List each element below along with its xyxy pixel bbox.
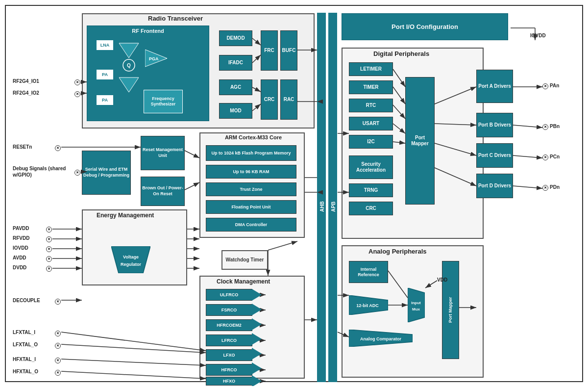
svg-line-75 bbox=[268, 241, 297, 250]
ifadc-block: IFADC bbox=[219, 55, 252, 71]
port-b-block: Port B Drivers bbox=[476, 113, 513, 137]
port-d-block: Port D Drivers bbox=[476, 174, 513, 198]
timer-block: TIMER bbox=[349, 80, 393, 94]
demod-block: DEMOD bbox=[219, 30, 252, 46]
svg-text:PGA: PGA bbox=[149, 56, 159, 61]
rfvdd-x: ✕ bbox=[46, 236, 52, 242]
avdd-label: AVDD bbox=[13, 255, 26, 260]
svg-text:Analog Comparator: Analog Comparator bbox=[360, 336, 402, 341]
svg-line-66 bbox=[61, 371, 206, 379]
debug-signals-label: Debug Signals (shared w/GPIO) bbox=[13, 165, 76, 178]
crc2-block: CRC bbox=[349, 202, 393, 215]
pdn-label: PDn bbox=[550, 184, 560, 190]
watchdog-block: Watchdog Timer bbox=[221, 250, 268, 270]
hfxtal-o-x: ✕ bbox=[55, 370, 61, 376]
rf-frontend-box: RF Frontend LNA PA PA Q Q Frequency Synt… bbox=[87, 26, 209, 121]
rf2g4-io2-label: RF2G4_IO2 bbox=[13, 90, 39, 96]
dvdd-label: DVDD bbox=[13, 265, 26, 270]
input-mux-svg: Input Mux bbox=[408, 288, 425, 322]
pcn-label: PCn bbox=[550, 154, 560, 159]
usart-block: USART bbox=[349, 117, 393, 130]
svg-text:Regulator: Regulator bbox=[121, 262, 142, 267]
adc12-block: 12-bit ADC bbox=[349, 295, 388, 315]
freq-synth-block: Frequency Synthesizer bbox=[144, 90, 183, 113]
svg-line-63 bbox=[61, 332, 206, 351]
analog-comp-block: Analog Comparator bbox=[349, 330, 413, 347]
svg-line-43 bbox=[513, 125, 542, 128]
svg-text:Input: Input bbox=[411, 301, 421, 305]
rtc-block: RTC bbox=[349, 99, 393, 112]
svg-marker-6 bbox=[111, 246, 150, 273]
energy-mgmt-title: Energy Management bbox=[97, 212, 154, 219]
hfxo-block: HFXO bbox=[206, 377, 252, 386]
iovdd-left-x: ✕ bbox=[46, 246, 52, 252]
crc-block: CRC bbox=[261, 79, 278, 120]
ram-block: Up to 96 KB RAM bbox=[206, 165, 296, 179]
hfxtal-i-label: HFXTAL_I bbox=[13, 357, 36, 362]
pbn-label: PBn bbox=[550, 124, 560, 129]
security-accel-block: Security Acceleration bbox=[349, 155, 393, 179]
pan-label: PAn bbox=[550, 83, 559, 88]
port-io-box: Port I/O Configuration bbox=[342, 13, 508, 40]
iovdd-left-label: IOVDD bbox=[13, 245, 28, 251]
svg-line-51 bbox=[185, 182, 199, 190]
hfrco-block: HFRCO bbox=[206, 364, 252, 376]
rfvdd-label: RFVDD bbox=[13, 235, 29, 241]
rf-frontend-title: RF Frontend bbox=[132, 28, 164, 34]
lfrco-block: LFRCO bbox=[206, 335, 252, 346]
pga-diagram: PGA bbox=[145, 50, 170, 69]
lna-block: LNA bbox=[96, 40, 114, 51]
avdd-x: ✕ bbox=[46, 256, 52, 262]
ulfrco-block: ULFRCO bbox=[206, 289, 252, 301]
svg-line-50 bbox=[185, 151, 199, 158]
diagram-container: Radio Transceiver RF Frontend LNA PA PA … bbox=[5, 5, 583, 382]
i2c-block: I2C bbox=[349, 135, 393, 149]
svg-marker-11 bbox=[408, 288, 425, 322]
hfxtal-i-x: ✕ bbox=[55, 358, 61, 363]
reset-mgmt-block: Reset Management Unit bbox=[141, 136, 185, 170]
port-io-title: Port I/O Configuration bbox=[392, 23, 458, 30]
letimer-block: LETIMER bbox=[349, 62, 393, 76]
lfxtal-o-x: ✕ bbox=[55, 343, 61, 349]
brownout-block: Brown Out / Power-On Reset bbox=[141, 177, 185, 206]
adc12-svg: 12-bit ADC bbox=[349, 295, 388, 315]
trustzone-block: Trust Zone bbox=[206, 182, 296, 196]
fpu-block: Floating Point Unit bbox=[206, 200, 296, 214]
fsrco-block: FSRCO bbox=[206, 304, 252, 316]
port-a-block: Port A Drivers bbox=[476, 70, 513, 103]
analog-comp-svg: Analog Comparator bbox=[349, 330, 413, 347]
rf2g4-io1-x: ✕ bbox=[74, 79, 80, 85]
svg-text:Voltage: Voltage bbox=[123, 255, 139, 259]
port-c-block: Port C Drivers bbox=[476, 143, 513, 168]
port-mapper-dig-block: Port Mapper bbox=[405, 77, 435, 205]
pavdd-x: ✕ bbox=[46, 227, 52, 232]
hfrcoem2-block: HFRCOEM2 bbox=[206, 319, 252, 331]
decouple-x: ✕ bbox=[55, 299, 61, 305]
resetn-label: RESETn bbox=[13, 144, 32, 150]
rf2g4-io2-x: ✕ bbox=[74, 91, 80, 97]
apb-label: APB bbox=[329, 197, 338, 212]
agc-block: AGC bbox=[219, 79, 252, 95]
voltage-reg-svg: Voltage Regulator bbox=[111, 246, 150, 273]
vdd-label: VDD bbox=[437, 277, 447, 283]
hfxtal-o-label: HFXTAL_O bbox=[13, 369, 38, 374]
rf2g4-io1-label: RF2G4_IO1 bbox=[13, 78, 39, 84]
lfxtal-i-label: LFXTAL_I bbox=[13, 330, 35, 335]
ahb-label: AHB bbox=[318, 197, 327, 212]
bufc-block: BUFC bbox=[280, 30, 297, 71]
svg-line-65 bbox=[61, 359, 206, 365]
internal-ref-block: Internal Reference bbox=[349, 261, 388, 283]
analog-peripherals-title: Analog Peripherals bbox=[368, 248, 426, 255]
decouple-label: DECOUPLE bbox=[13, 298, 40, 303]
pa2-block: PA bbox=[96, 95, 114, 105]
svg-line-45 bbox=[513, 186, 542, 188]
svg-text:Mux: Mux bbox=[412, 307, 420, 311]
pan-x: ✕ bbox=[542, 83, 548, 89]
serial-wire-block: Serial Wire and ETM Debug / Programming bbox=[82, 151, 131, 195]
svg-line-44 bbox=[513, 155, 542, 158]
flash-block: Up to 1024 kB Flash Program Memory bbox=[206, 145, 296, 161]
clock-mgmt-title: Clock Management bbox=[217, 278, 270, 285]
radio-transceiver-title: Radio Transceiver bbox=[148, 15, 203, 22]
frc-block: FRC bbox=[261, 30, 278, 71]
digital-peripherals-title: Digital Peripherals bbox=[373, 50, 429, 57]
